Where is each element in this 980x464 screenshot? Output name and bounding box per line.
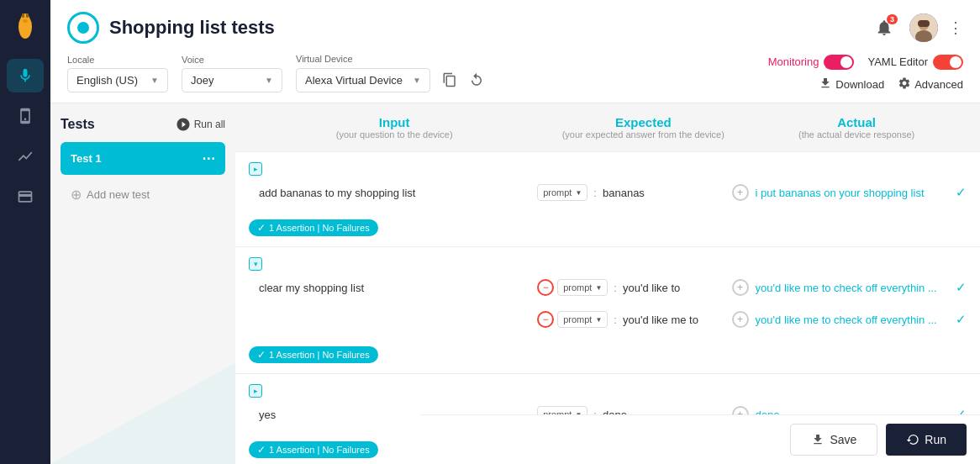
actual-col-2b: you'd like me to check off everythin ...… <box>756 312 967 327</box>
action-links: Download Advanced <box>819 76 963 92</box>
sidebar-item-mic[interactable] <box>7 59 44 92</box>
add-new-icon: ⊕ <box>71 187 82 203</box>
add-new-label: Add new test <box>87 188 150 201</box>
locale-control: Locale English (US) ▼ <box>67 55 168 92</box>
assertion-text-1: 1 Assertion | No Failures <box>269 223 370 233</box>
row-toggle-1[interactable]: ▸ <box>249 162 262 176</box>
sidebar-item-device[interactable] <box>7 99 44 133</box>
prompt-select-2[interactable]: prompt ▼ <box>557 279 608 296</box>
sidebar <box>0 0 50 464</box>
test-item-test1[interactable]: Test 1 ⋯ <box>61 142 225 175</box>
locale-label: Locale <box>67 55 168 65</box>
run-all-button[interactable]: Run all <box>176 117 225 132</box>
notification-badge: 3 <box>887 14 898 24</box>
save-button[interactable]: Save <box>790 424 877 456</box>
remove-expected-2b[interactable]: − <box>537 311 554 328</box>
copy-icon[interactable] <box>437 67 462 92</box>
check-icon-2b: ✓ <box>956 312 967 327</box>
locale-select[interactable]: English (US) ▼ <box>67 68 168 92</box>
virtual-device-chevron: ▼ <box>413 76 421 85</box>
expected-col-1: prompt ▼ : bananas + <box>537 184 748 201</box>
monitoring-toggle[interactable] <box>824 55 854 70</box>
colon-2: : <box>614 282 617 294</box>
actual-col-2: you'd like me to check off everythin ...… <box>756 280 967 295</box>
prompt-select-2b[interactable]: prompt ▼ <box>557 311 608 328</box>
run-label: Run <box>925 433 946 446</box>
col-input-subtitle: (your question to the device) <box>252 129 536 140</box>
input-text-2: clear my shopping list <box>249 282 530 294</box>
logo[interactable] <box>8 10 42 44</box>
col-expected-subtitle: (your expected answer from the device) <box>536 129 750 140</box>
expected-value-2b: you'd like me to <box>623 314 729 326</box>
colon-1: : <box>593 187 597 199</box>
col-expected: Expected (your expected answer from the … <box>536 115 750 140</box>
assertion-text-2: 1 Assertion | No Failures <box>269 350 370 360</box>
advanced-label: Advanced <box>914 78 963 91</box>
col-actual: Actual (the actual device response) <box>750 115 963 140</box>
add-expected-1[interactable]: + <box>732 184 749 201</box>
row-toggle-3[interactable]: ▸ <box>249 384 262 398</box>
svg-rect-3 <box>26 13 29 18</box>
actual-text-1: i put bananas on your shopping list <box>756 187 951 199</box>
test-row-2: ▾ clear my shopping list − prompt ▼ : yo… <box>235 247 980 374</box>
device-icon-group <box>437 67 489 92</box>
test-item-label: Test 1 <box>71 152 102 165</box>
page-title: Shopping list tests <box>109 17 275 39</box>
col-input: Input (your question to the device) <box>252 115 536 140</box>
actual-text-2b: you'd like me to check off everythin ... <box>756 314 951 326</box>
col-actual-subtitle: (the actual device response) <box>750 129 963 140</box>
test-menu-button[interactable]: ⋯ <box>202 150 215 166</box>
monitoring-toggle-item: Monitoring <box>768 55 855 70</box>
sidebar-item-chart[interactable] <box>7 140 44 173</box>
col-input-title: Input <box>252 115 536 129</box>
locale-chevron: ▼ <box>150 76 159 85</box>
expected-col-2b: − prompt ▼ : you'd like me to + <box>537 311 748 328</box>
interaction-row-1: add bananas to my shopping list prompt ▼… <box>249 179 967 206</box>
yaml-toggle[interactable] <box>933 55 963 70</box>
save-label: Save <box>830 433 856 446</box>
add-expected-2[interactable]: + <box>732 279 749 296</box>
header: Shopping list tests 3 <box>50 0 980 103</box>
svg-rect-2 <box>22 13 24 18</box>
col-actual-title: Actual <box>750 115 963 129</box>
more-options-button[interactable]: ⋮ <box>948 18 963 37</box>
prompt-select-1[interactable]: prompt ▼ <box>537 184 587 201</box>
remove-expected-2[interactable]: − <box>537 279 554 296</box>
avatar[interactable] <box>909 13 938 42</box>
virtual-device-select[interactable]: Alexa Virtual Device ▼ <box>296 68 430 92</box>
virtual-device-control: Virtual Device Alexa Virtual Device ▼ <box>296 54 489 92</box>
svg-rect-8 <box>918 20 930 27</box>
alexa-icon <box>67 12 99 44</box>
refresh-icon[interactable] <box>464 67 489 92</box>
voice-select[interactable]: Joey ▼ <box>182 68 282 92</box>
voice-control: Voice Joey ▼ <box>182 55 282 92</box>
voice-value: Joey <box>191 74 260 87</box>
sidebar-item-card[interactable] <box>7 180 44 214</box>
add-expected-2b[interactable]: + <box>732 311 749 328</box>
run-button[interactable]: Run <box>886 424 967 456</box>
header-controls: Locale English (US) ▼ Voice Joey ▼ Virtu… <box>67 54 963 92</box>
virtual-device-label: Virtual Device <box>296 54 489 64</box>
interaction-row-2: clear my shopping list − prompt ▼ : you'… <box>249 274 967 301</box>
header-top: Shopping list tests 3 <box>67 12 963 44</box>
check-icon-1: ✓ <box>956 185 967 200</box>
test-main-area: Input (your question to the device) Expe… <box>235 103 980 464</box>
assertion-check-icon-1: ✓ <box>257 222 266 234</box>
download-icon <box>819 76 832 92</box>
download-link[interactable]: Download <box>819 76 884 92</box>
interaction-row-2b: − prompt ▼ : you'd like me to + you'd li… <box>249 306 967 333</box>
check-icon-2: ✓ <box>956 280 967 295</box>
notifications-button[interactable]: 3 <box>869 13 899 43</box>
monitoring-label: Monitoring <box>768 55 819 68</box>
prompt-chevron-1: ▼ <box>575 189 582 197</box>
table-header: Input (your question to the device) Expe… <box>235 103 980 152</box>
download-label: Download <box>835 78 884 91</box>
main-content: Shopping list tests 3 <box>50 0 980 464</box>
header-left-controls: Locale English (US) ▼ Voice Joey ▼ Virtu… <box>67 54 489 92</box>
advanced-link[interactable]: Advanced <box>898 76 963 92</box>
row-toggle-2[interactable]: ▾ <box>249 257 262 271</box>
header-actions: 3 ⋮ <box>869 13 963 43</box>
add-new-test-button[interactable]: ⊕ Add new test <box>61 180 225 209</box>
advanced-icon <box>898 76 911 92</box>
prompt-chevron-2: ▼ <box>595 284 602 292</box>
